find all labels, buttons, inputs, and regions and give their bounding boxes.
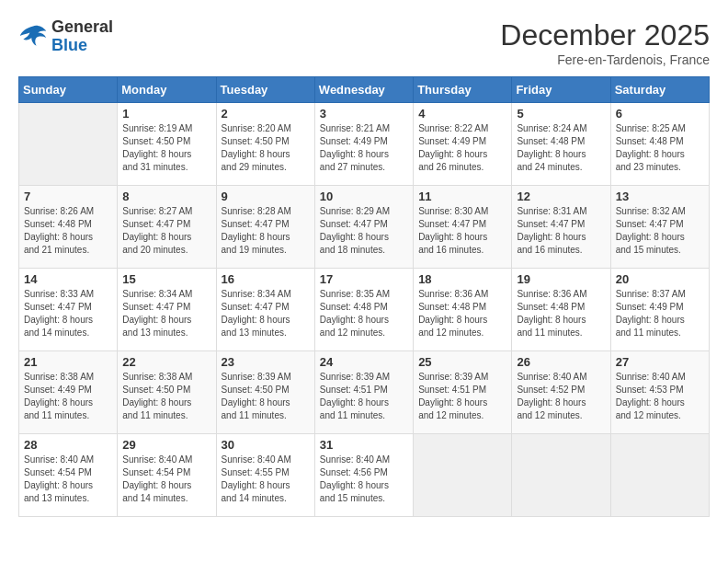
week-row-1: 1Sunrise: 8:19 AM Sunset: 4:50 PM Daylig… [19,103,710,186]
day-cell: 28Sunrise: 8:40 AM Sunset: 4:54 PM Dayli… [19,434,118,517]
day-number: 29 [122,438,210,452]
day-info: Sunrise: 8:26 AM Sunset: 4:48 PM Dayligh… [24,205,112,257]
page-header: General Blue December 2025 Fere-en-Tarde… [18,18,710,67]
day-info: Sunrise: 8:40 AM Sunset: 4:52 PM Dayligh… [517,371,605,422]
day-cell: 15Sunrise: 8:34 AM Sunset: 4:47 PM Dayli… [118,269,216,351]
day-info: Sunrise: 8:39 AM Sunset: 4:51 PM Dayligh… [418,371,506,422]
logo-text: General Blue [51,18,113,55]
day-number: 5 [517,107,605,121]
col-header-monday: Monday [118,77,216,103]
day-cell: 17Sunrise: 8:35 AM Sunset: 4:48 PM Dayli… [314,269,413,351]
col-header-wednesday: Wednesday [314,77,413,103]
logo-line2: Blue [51,37,113,55]
day-info: Sunrise: 8:21 AM Sunset: 4:49 PM Dayligh… [320,122,408,174]
logo-line1: General [51,18,113,37]
day-info: Sunrise: 8:38 AM Sunset: 4:50 PM Dayligh… [122,371,210,422]
title-block: December 2025 Fere-en-Tardenois, France [500,18,710,67]
day-number: 27 [616,355,704,369]
col-header-saturday: Saturday [610,77,709,103]
day-info: Sunrise: 8:25 AM Sunset: 4:48 PM Dayligh… [616,122,704,174]
day-cell: 14Sunrise: 8:33 AM Sunset: 4:47 PM Dayli… [19,269,118,351]
day-number: 31 [320,438,408,452]
day-info: Sunrise: 8:35 AM Sunset: 4:48 PM Dayligh… [320,288,408,339]
day-cell: 13Sunrise: 8:32 AM Sunset: 4:47 PM Dayli… [610,186,709,269]
day-info: Sunrise: 8:40 AM Sunset: 4:54 PM Dayligh… [24,454,112,505]
week-row-3: 14Sunrise: 8:33 AM Sunset: 4:47 PM Dayli… [19,269,710,351]
day-cell: 24Sunrise: 8:39 AM Sunset: 4:51 PM Dayli… [314,351,413,434]
week-row-2: 7Sunrise: 8:26 AM Sunset: 4:48 PM Daylig… [19,186,710,269]
day-cell: 8Sunrise: 8:27 AM Sunset: 4:47 PM Daylig… [118,186,216,269]
day-info: Sunrise: 8:22 AM Sunset: 4:49 PM Dayligh… [418,122,506,174]
day-info: Sunrise: 8:40 AM Sunset: 4:56 PM Dayligh… [320,454,408,505]
day-info: Sunrise: 8:24 AM Sunset: 4:48 PM Dayligh… [517,122,605,174]
day-info: Sunrise: 8:38 AM Sunset: 4:49 PM Dayligh… [24,371,112,422]
day-number: 28 [24,438,112,452]
day-info: Sunrise: 8:29 AM Sunset: 4:47 PM Dayligh… [320,205,408,257]
col-header-friday: Friday [512,77,610,103]
day-cell: 25Sunrise: 8:39 AM Sunset: 4:51 PM Dayli… [414,351,512,434]
month-title: December 2025 [500,18,710,52]
day-cell: 27Sunrise: 8:40 AM Sunset: 4:53 PM Dayli… [610,351,709,434]
day-cell: 11Sunrise: 8:30 AM Sunset: 4:47 PM Dayli… [414,186,512,269]
day-cell [512,434,610,517]
day-cell: 12Sunrise: 8:31 AM Sunset: 4:47 PM Dayli… [512,186,610,269]
day-cell: 31Sunrise: 8:40 AM Sunset: 4:56 PM Dayli… [314,434,413,517]
day-number: 7 [24,190,112,203]
day-cell: 29Sunrise: 8:40 AM Sunset: 4:54 PM Dayli… [118,434,216,517]
day-number: 8 [122,190,210,203]
day-info: Sunrise: 8:19 AM Sunset: 4:50 PM Dayligh… [122,122,210,174]
col-header-thursday: Thursday [414,77,512,103]
day-cell: 26Sunrise: 8:40 AM Sunset: 4:52 PM Dayli… [512,351,610,434]
day-cell: 10Sunrise: 8:29 AM Sunset: 4:47 PM Dayli… [314,186,413,269]
day-number: 1 [122,107,210,121]
day-info: Sunrise: 8:32 AM Sunset: 4:47 PM Dayligh… [616,205,704,257]
day-info: Sunrise: 8:40 AM Sunset: 4:55 PM Dayligh… [222,454,310,505]
day-number: 30 [222,438,310,452]
day-number: 13 [616,190,704,203]
day-cell: 3Sunrise: 8:21 AM Sunset: 4:49 PM Daylig… [314,103,413,186]
day-cell: 2Sunrise: 8:20 AM Sunset: 4:50 PM Daylig… [216,103,314,186]
day-number: 23 [222,355,310,369]
day-number: 11 [418,190,506,203]
day-info: Sunrise: 8:34 AM Sunset: 4:47 PM Dayligh… [122,288,210,339]
day-cell: 5Sunrise: 8:24 AM Sunset: 4:48 PM Daylig… [512,103,610,186]
day-cell: 18Sunrise: 8:36 AM Sunset: 4:48 PM Dayli… [414,269,512,351]
day-cell: 23Sunrise: 8:39 AM Sunset: 4:50 PM Dayli… [216,351,314,434]
week-row-4: 21Sunrise: 8:38 AM Sunset: 4:49 PM Dayli… [19,351,710,434]
day-number: 3 [320,107,408,121]
day-info: Sunrise: 8:37 AM Sunset: 4:49 PM Dayligh… [616,288,704,339]
day-cell [19,103,118,186]
day-number: 17 [320,272,408,286]
day-cell: 1Sunrise: 8:19 AM Sunset: 4:50 PM Daylig… [118,103,216,186]
location: Fere-en-Tardenois, France [500,52,710,67]
day-info: Sunrise: 8:40 AM Sunset: 4:53 PM Dayligh… [616,371,704,422]
day-info: Sunrise: 8:28 AM Sunset: 4:47 PM Dayligh… [222,205,310,257]
day-number: 26 [517,355,605,369]
day-cell: 6Sunrise: 8:25 AM Sunset: 4:48 PM Daylig… [610,103,709,186]
day-cell: 9Sunrise: 8:28 AM Sunset: 4:47 PM Daylig… [216,186,314,269]
day-info: Sunrise: 8:36 AM Sunset: 4:48 PM Dayligh… [418,288,506,339]
day-number: 15 [122,272,210,286]
day-info: Sunrise: 8:39 AM Sunset: 4:50 PM Dayligh… [222,371,310,422]
day-cell: 21Sunrise: 8:38 AM Sunset: 4:49 PM Dayli… [19,351,118,434]
logo: General Blue [18,18,113,55]
day-info: Sunrise: 8:31 AM Sunset: 4:47 PM Dayligh… [517,205,605,257]
day-info: Sunrise: 8:40 AM Sunset: 4:54 PM Dayligh… [122,454,210,505]
day-number: 19 [517,272,605,286]
day-number: 14 [24,272,112,286]
day-number: 6 [616,107,704,121]
header-row: SundayMondayTuesdayWednesdayThursdayFrid… [19,77,710,103]
day-cell: 30Sunrise: 8:40 AM Sunset: 4:55 PM Dayli… [216,434,314,517]
day-number: 21 [24,355,112,369]
day-number: 9 [222,190,310,203]
day-number: 4 [418,107,506,121]
day-number: 22 [122,355,210,369]
day-number: 25 [418,355,506,369]
day-number: 12 [517,190,605,203]
day-cell: 22Sunrise: 8:38 AM Sunset: 4:50 PM Dayli… [118,351,216,434]
day-number: 18 [418,272,506,286]
day-cell: 4Sunrise: 8:22 AM Sunset: 4:49 PM Daylig… [414,103,512,186]
day-number: 24 [320,355,408,369]
col-header-tuesday: Tuesday [216,77,314,103]
day-number: 16 [222,272,310,286]
